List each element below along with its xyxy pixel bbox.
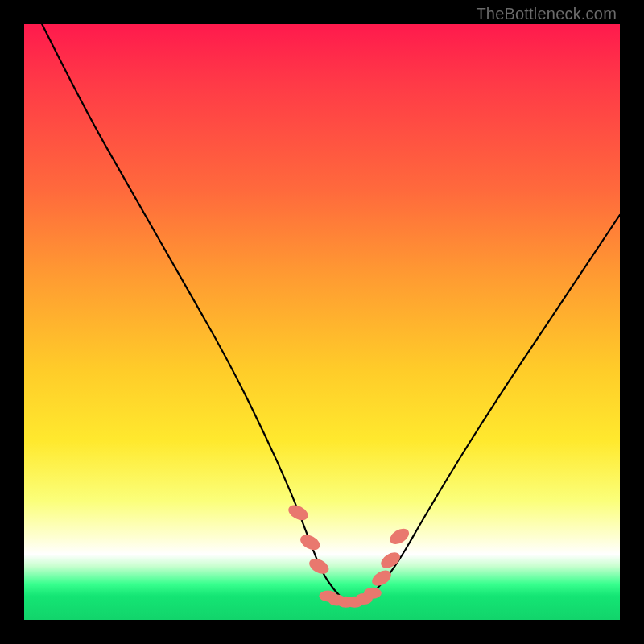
curve-marker [307, 555, 331, 576]
curve-marker [298, 532, 322, 553]
left-slope-markers [286, 502, 331, 577]
flat-bottom-markers [319, 588, 382, 608]
bottleneck-curve-path [42, 24, 620, 602]
curve-svg [24, 24, 620, 620]
gradient-plot-area [24, 24, 620, 620]
curve-marker [286, 502, 310, 523]
curve-marker [369, 568, 394, 589]
curve-marker-flat [364, 588, 382, 599]
curve-marker [378, 549, 403, 571]
watermark-text: TheBottleneck.com [476, 5, 617, 23]
right-slope-markers [369, 526, 412, 589]
outer-black-frame: TheBottleneck.com [0, 0, 644, 644]
